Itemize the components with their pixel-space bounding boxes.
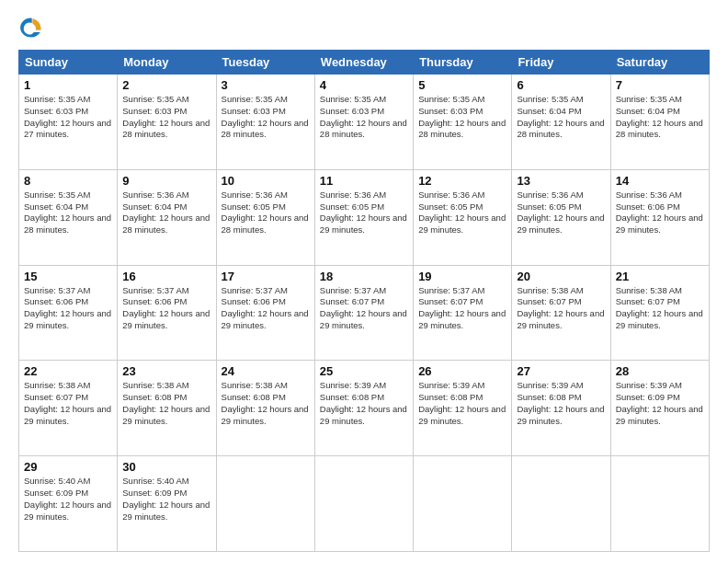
day-cell-29: 29 Sunrise: 5:40 AMSunset: 6:09 PMDaylig…	[19, 456, 118, 552]
day-number: 20	[517, 270, 605, 283]
day-info: Sunrise: 5:36 AMSunset: 6:05 PMDaylight:…	[517, 190, 605, 236]
day-number: 13	[517, 174, 605, 188]
day-info: Sunrise: 5:39 AMSunset: 6:08 PMDaylight:…	[517, 380, 605, 427]
day-number: 3	[222, 78, 310, 92]
header	[18, 15, 710, 40]
day-number: 19	[418, 270, 506, 283]
day-cell-23: 23 Sunrise: 5:38 AMSunset: 6:08 PMDaylig…	[118, 361, 216, 456]
day-info: Sunrise: 5:38 AMSunset: 6:07 PMDaylight:…	[24, 380, 112, 427]
empty-cell	[610, 456, 709, 552]
logo	[18, 15, 48, 40]
day-number: 22	[24, 364, 112, 378]
day-info: Sunrise: 5:35 AMSunset: 6:04 PMDaylight:…	[517, 94, 605, 141]
day-number: 14	[616, 174, 704, 188]
day-cell-5: 5 Sunrise: 5:35 AMSunset: 6:03 PMDayligh…	[414, 75, 512, 170]
day-info: Sunrise: 5:38 AMSunset: 6:08 PMDaylight:…	[222, 380, 310, 427]
day-info: Sunrise: 5:36 AMSunset: 6:05 PMDaylight:…	[418, 190, 506, 236]
header-sunday: Sunday	[19, 51, 118, 75]
day-number: 26	[418, 364, 506, 378]
day-cell-6: 6 Sunrise: 5:35 AMSunset: 6:04 PMDayligh…	[512, 75, 610, 170]
day-number: 6	[517, 78, 605, 92]
day-cell-15: 15 Sunrise: 5:37 AMSunset: 6:06 PMDaylig…	[19, 265, 118, 361]
day-cell-20: 20 Sunrise: 5:38 AMSunset: 6:07 PMDaylig…	[512, 265, 610, 361]
day-cell-30: 30 Sunrise: 5:40 AMSunset: 6:09 PMDaylig…	[118, 456, 216, 552]
day-number: 21	[616, 270, 704, 283]
day-cell-9: 9 Sunrise: 5:36 AMSunset: 6:04 PMDayligh…	[118, 169, 216, 265]
day-number: 18	[320, 270, 408, 283]
day-number: 27	[517, 364, 605, 378]
day-number: 17	[222, 270, 310, 283]
day-cell-4: 4 Sunrise: 5:35 AMSunset: 6:03 PMDayligh…	[314, 75, 413, 170]
day-cell-24: 24 Sunrise: 5:38 AMSunset: 6:08 PMDaylig…	[216, 361, 314, 456]
day-info: Sunrise: 5:35 AMSunset: 6:03 PMDaylight:…	[122, 94, 210, 141]
day-info: Sunrise: 5:35 AMSunset: 6:03 PMDaylight:…	[418, 94, 506, 141]
day-number: 9	[122, 174, 210, 188]
day-cell-22: 22 Sunrise: 5:38 AMSunset: 6:07 PMDaylig…	[19, 361, 118, 456]
calendar: Sunday Monday Tuesday Wednesday Thursday…	[18, 50, 710, 552]
day-info: Sunrise: 5:39 AMSunset: 6:08 PMDaylight:…	[320, 380, 408, 427]
day-number: 1	[24, 78, 112, 92]
day-info: Sunrise: 5:37 AMSunset: 6:06 PMDaylight:…	[222, 285, 310, 332]
empty-cell	[216, 456, 314, 552]
day-number: 8	[24, 174, 112, 188]
day-info: Sunrise: 5:37 AMSunset: 6:06 PMDaylight:…	[122, 285, 210, 332]
day-info: Sunrise: 5:37 AMSunset: 6:06 PMDaylight:…	[24, 285, 112, 332]
day-cell-16: 16 Sunrise: 5:37 AMSunset: 6:06 PMDaylig…	[118, 265, 216, 361]
header-thursday: Thursday	[414, 51, 512, 75]
day-cell-10: 10 Sunrise: 5:36 AMSunset: 6:05 PMDaylig…	[216, 169, 314, 265]
day-info: Sunrise: 5:36 AMSunset: 6:04 PMDaylight:…	[122, 190, 210, 236]
day-cell-25: 25 Sunrise: 5:39 AMSunset: 6:08 PMDaylig…	[314, 361, 413, 456]
header-friday: Friday	[512, 51, 610, 75]
day-number: 12	[418, 174, 506, 188]
day-number: 10	[222, 174, 310, 188]
day-cell-8: 8 Sunrise: 5:35 AMSunset: 6:04 PMDayligh…	[19, 169, 118, 265]
day-cell-17: 17 Sunrise: 5:37 AMSunset: 6:06 PMDaylig…	[216, 265, 314, 361]
day-info: Sunrise: 5:36 AMSunset: 6:06 PMDaylight:…	[616, 190, 704, 236]
header-row: Sunday Monday Tuesday Wednesday Thursday…	[19, 51, 710, 75]
day-info: Sunrise: 5:35 AMSunset: 6:04 PMDaylight:…	[616, 94, 704, 141]
day-info: Sunrise: 5:35 AMSunset: 6:03 PMDaylight:…	[24, 94, 112, 141]
day-number: 5	[418, 78, 506, 92]
week-row-1: 1 Sunrise: 5:35 AMSunset: 6:03 PMDayligh…	[19, 75, 710, 170]
day-cell-7: 7 Sunrise: 5:35 AMSunset: 6:04 PMDayligh…	[610, 75, 709, 170]
day-info: Sunrise: 5:37 AMSunset: 6:07 PMDaylight:…	[320, 285, 408, 332]
day-number: 30	[122, 460, 210, 474]
page: Sunday Monday Tuesday Wednesday Thursday…	[0, 0, 728, 563]
day-number: 28	[616, 364, 704, 378]
header-monday: Monday	[118, 51, 216, 75]
week-row-2: 8 Sunrise: 5:35 AMSunset: 6:04 PMDayligh…	[19, 169, 710, 265]
empty-cell	[512, 456, 610, 552]
header-tuesday: Tuesday	[216, 51, 314, 75]
day-number: 24	[222, 364, 310, 378]
day-cell-18: 18 Sunrise: 5:37 AMSunset: 6:07 PMDaylig…	[314, 265, 413, 361]
empty-cell	[314, 456, 413, 552]
day-cell-28: 28 Sunrise: 5:39 AMSunset: 6:09 PMDaylig…	[610, 361, 709, 456]
day-number: 15	[24, 270, 112, 283]
day-number: 11	[320, 174, 408, 188]
day-number: 29	[24, 460, 112, 474]
day-info: Sunrise: 5:39 AMSunset: 6:08 PMDaylight:…	[418, 380, 506, 427]
day-info: Sunrise: 5:35 AMSunset: 6:03 PMDaylight:…	[222, 94, 310, 141]
week-row-3: 15 Sunrise: 5:37 AMSunset: 6:06 PMDaylig…	[19, 265, 710, 361]
day-cell-14: 14 Sunrise: 5:36 AMSunset: 6:06 PMDaylig…	[610, 169, 709, 265]
day-cell-11: 11 Sunrise: 5:36 AMSunset: 6:05 PMDaylig…	[314, 169, 413, 265]
week-row-5: 29 Sunrise: 5:40 AMSunset: 6:09 PMDaylig…	[19, 456, 710, 552]
day-info: Sunrise: 5:38 AMSunset: 6:07 PMDaylight:…	[517, 285, 605, 332]
day-cell-3: 3 Sunrise: 5:35 AMSunset: 6:03 PMDayligh…	[216, 75, 314, 170]
day-cell-27: 27 Sunrise: 5:39 AMSunset: 6:08 PMDaylig…	[512, 361, 610, 456]
day-number: 25	[320, 364, 408, 378]
logo-icon	[18, 15, 44, 40]
day-number: 4	[320, 78, 408, 92]
day-number: 2	[122, 78, 210, 92]
day-number: 7	[616, 78, 704, 92]
day-cell-19: 19 Sunrise: 5:37 AMSunset: 6:07 PMDaylig…	[414, 265, 512, 361]
day-cell-21: 21 Sunrise: 5:38 AMSunset: 6:07 PMDaylig…	[610, 265, 709, 361]
day-info: Sunrise: 5:38 AMSunset: 6:08 PMDaylight:…	[122, 380, 210, 427]
calendar-body: 1 Sunrise: 5:35 AMSunset: 6:03 PMDayligh…	[19, 75, 710, 552]
day-cell-13: 13 Sunrise: 5:36 AMSunset: 6:05 PMDaylig…	[512, 169, 610, 265]
empty-cell	[414, 456, 512, 552]
day-info: Sunrise: 5:35 AMSunset: 6:03 PMDaylight:…	[320, 94, 408, 141]
header-wednesday: Wednesday	[314, 51, 413, 75]
day-cell-1: 1 Sunrise: 5:35 AMSunset: 6:03 PMDayligh…	[19, 75, 118, 170]
day-info: Sunrise: 5:39 AMSunset: 6:09 PMDaylight:…	[616, 380, 704, 427]
